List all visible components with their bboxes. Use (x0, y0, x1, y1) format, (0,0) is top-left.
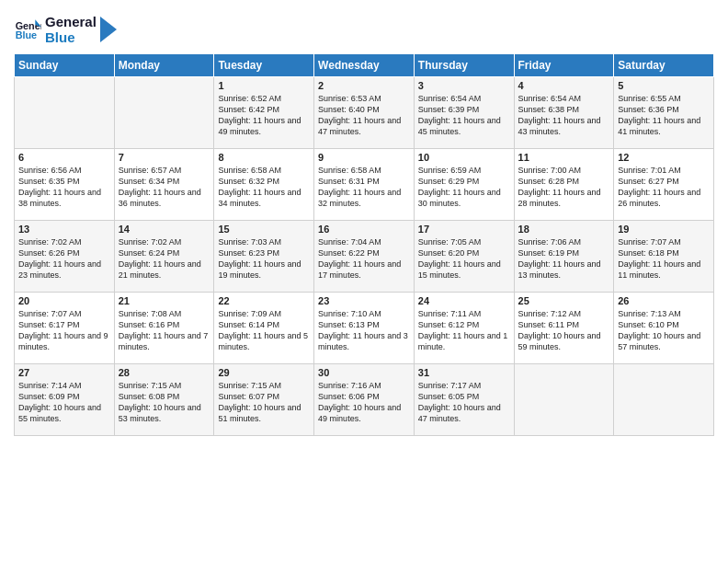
day-number: 6 (18, 152, 110, 163)
day-info: Sunrise: 6:57 AM Sunset: 6:34 PM Dayligh… (119, 165, 210, 210)
calendar-cell: 10Sunrise: 6:59 AM Sunset: 6:29 PM Dayli… (414, 148, 514, 220)
day-number: 2 (318, 80, 410, 91)
weekday-header: Thursday (414, 53, 514, 76)
day-number: 3 (418, 80, 510, 91)
calendar-cell: 12Sunrise: 7:01 AM Sunset: 6:27 PM Dayli… (614, 148, 714, 220)
calendar-cell (514, 363, 614, 435)
day-number: 1 (218, 80, 310, 91)
calendar-cell: 20Sunrise: 7:07 AM Sunset: 6:17 PM Dayli… (15, 292, 115, 363)
calendar-cell: 28Sunrise: 7:15 AM Sunset: 6:08 PM Dayli… (114, 363, 214, 435)
day-number: 18 (518, 224, 610, 235)
calendar-week-row: 20Sunrise: 7:07 AM Sunset: 6:17 PM Dayli… (15, 292, 714, 363)
calendar-cell: 15Sunrise: 7:03 AM Sunset: 6:23 PM Dayli… (214, 220, 314, 292)
day-number: 23 (318, 295, 410, 306)
calendar-cell: 4Sunrise: 6:54 AM Sunset: 6:38 PM Daylig… (514, 76, 614, 148)
calendar-cell: 18Sunrise: 7:06 AM Sunset: 6:19 PM Dayli… (514, 220, 614, 292)
day-info: Sunrise: 7:02 AM Sunset: 6:24 PM Dayligh… (119, 236, 210, 282)
calendar-cell: 8Sunrise: 6:58 AM Sunset: 6:32 PM Daylig… (214, 148, 314, 220)
weekday-header: Sunday (15, 53, 115, 76)
day-info: Sunrise: 7:06 AM Sunset: 6:19 PM Dayligh… (518, 236, 610, 282)
logo: General Blue General Blue (14, 14, 117, 46)
calendar-cell: 21Sunrise: 7:08 AM Sunset: 6:16 PM Dayli… (114, 292, 214, 363)
day-number: 16 (318, 224, 410, 235)
logo-blue: Blue (45, 29, 97, 45)
calendar-cell: 9Sunrise: 6:58 AM Sunset: 6:31 PM Daylig… (314, 148, 415, 220)
svg-marker-3 (100, 17, 117, 42)
day-number: 9 (318, 152, 410, 163)
day-number: 28 (119, 367, 210, 378)
day-number: 11 (518, 152, 610, 163)
calendar-cell: 19Sunrise: 7:07 AM Sunset: 6:18 PM Dayli… (614, 220, 714, 292)
day-info: Sunrise: 7:08 AM Sunset: 6:16 PM Dayligh… (119, 308, 210, 353)
calendar-cell (15, 76, 115, 148)
day-info: Sunrise: 7:13 AM Sunset: 6:10 PM Dayligh… (618, 308, 710, 353)
calendar-week-row: 1Sunrise: 6:52 AM Sunset: 6:42 PM Daylig… (15, 76, 714, 148)
day-info: Sunrise: 7:15 AM Sunset: 6:08 PM Dayligh… (119, 380, 210, 425)
svg-text:Blue: Blue (16, 29, 37, 40)
day-number: 12 (618, 152, 710, 163)
day-info: Sunrise: 7:11 AM Sunset: 6:12 PM Dayligh… (418, 308, 510, 353)
calendar-cell: 16Sunrise: 7:04 AM Sunset: 6:22 PM Dayli… (314, 220, 415, 292)
day-info: Sunrise: 7:09 AM Sunset: 6:14 PM Dayligh… (218, 308, 310, 353)
weekday-header: Saturday (614, 53, 714, 76)
logo-arrow-icon (100, 17, 117, 42)
day-info: Sunrise: 7:00 AM Sunset: 6:28 PM Dayligh… (518, 165, 610, 210)
day-info: Sunrise: 6:58 AM Sunset: 6:32 PM Dayligh… (218, 165, 310, 210)
day-number: 14 (119, 224, 210, 235)
weekday-header: Wednesday (314, 53, 415, 76)
day-number: 10 (418, 152, 510, 163)
day-number: 25 (518, 295, 610, 306)
calendar-cell: 6Sunrise: 6:56 AM Sunset: 6:35 PM Daylig… (15, 148, 115, 220)
calendar-cell: 5Sunrise: 6:55 AM Sunset: 6:36 PM Daylig… (614, 76, 714, 148)
weekday-header: Friday (514, 53, 614, 76)
day-number: 19 (618, 224, 710, 235)
day-info: Sunrise: 6:54 AM Sunset: 6:38 PM Dayligh… (518, 93, 610, 138)
header-row: SundayMondayTuesdayWednesdayThursdayFrid… (15, 53, 714, 76)
day-number: 30 (318, 367, 410, 378)
day-info: Sunrise: 7:14 AM Sunset: 6:09 PM Dayligh… (18, 380, 110, 425)
day-number: 31 (418, 367, 510, 378)
calendar-week-row: 6Sunrise: 6:56 AM Sunset: 6:35 PM Daylig… (15, 148, 714, 220)
day-info: Sunrise: 6:59 AM Sunset: 6:29 PM Dayligh… (418, 165, 510, 210)
day-info: Sunrise: 7:04 AM Sunset: 6:22 PM Dayligh… (318, 236, 410, 282)
day-number: 4 (518, 80, 610, 91)
calendar-table: SundayMondayTuesdayWednesdayThursdayFrid… (14, 53, 714, 436)
calendar-cell: 13Sunrise: 7:02 AM Sunset: 6:26 PM Dayli… (15, 220, 115, 292)
day-info: Sunrise: 6:54 AM Sunset: 6:39 PM Dayligh… (418, 93, 510, 138)
day-number: 26 (618, 295, 710, 306)
calendar-cell: 29Sunrise: 7:15 AM Sunset: 6:07 PM Dayli… (214, 363, 314, 435)
day-info: Sunrise: 7:12 AM Sunset: 6:11 PM Dayligh… (518, 308, 610, 353)
day-info: Sunrise: 7:03 AM Sunset: 6:23 PM Dayligh… (218, 236, 310, 282)
day-number: 15 (218, 224, 310, 235)
calendar-cell: 31Sunrise: 7:17 AM Sunset: 6:05 PM Dayli… (414, 363, 514, 435)
day-number: 17 (418, 224, 510, 235)
day-info: Sunrise: 7:07 AM Sunset: 6:18 PM Dayligh… (618, 236, 710, 282)
day-info: Sunrise: 6:58 AM Sunset: 6:31 PM Dayligh… (318, 165, 410, 210)
calendar-week-row: 13Sunrise: 7:02 AM Sunset: 6:26 PM Dayli… (15, 220, 714, 292)
day-info: Sunrise: 6:56 AM Sunset: 6:35 PM Dayligh… (18, 165, 110, 210)
day-number: 21 (119, 295, 210, 306)
day-number: 22 (218, 295, 310, 306)
calendar-cell: 24Sunrise: 7:11 AM Sunset: 6:12 PM Dayli… (414, 292, 514, 363)
day-number: 13 (18, 224, 110, 235)
calendar-cell: 25Sunrise: 7:12 AM Sunset: 6:11 PM Dayli… (514, 292, 614, 363)
calendar-cell: 23Sunrise: 7:10 AM Sunset: 6:13 PM Dayli… (314, 292, 415, 363)
calendar-container: General Blue General Blue SundayMondayTu… (0, 0, 728, 563)
logo-icon: General Blue (14, 16, 41, 43)
calendar-cell: 22Sunrise: 7:09 AM Sunset: 6:14 PM Dayli… (214, 292, 314, 363)
calendar-header: General Blue General Blue (14, 14, 714, 46)
day-info: Sunrise: 7:07 AM Sunset: 6:17 PM Dayligh… (18, 308, 110, 353)
day-number: 29 (218, 367, 310, 378)
day-info: Sunrise: 6:52 AM Sunset: 6:42 PM Dayligh… (218, 93, 310, 138)
day-number: 8 (218, 152, 310, 163)
logo-general: General (45, 14, 97, 29)
day-info: Sunrise: 6:55 AM Sunset: 6:36 PM Dayligh… (618, 93, 710, 138)
day-info: Sunrise: 7:05 AM Sunset: 6:20 PM Dayligh… (418, 236, 510, 282)
calendar-cell: 27Sunrise: 7:14 AM Sunset: 6:09 PM Dayli… (15, 363, 115, 435)
weekday-header: Monday (114, 53, 214, 76)
day-info: Sunrise: 7:15 AM Sunset: 6:07 PM Dayligh… (218, 380, 310, 425)
calendar-cell (114, 76, 214, 148)
calendar-cell: 14Sunrise: 7:02 AM Sunset: 6:24 PM Dayli… (114, 220, 214, 292)
calendar-week-row: 27Sunrise: 7:14 AM Sunset: 6:09 PM Dayli… (15, 363, 714, 435)
day-number: 7 (119, 152, 210, 163)
